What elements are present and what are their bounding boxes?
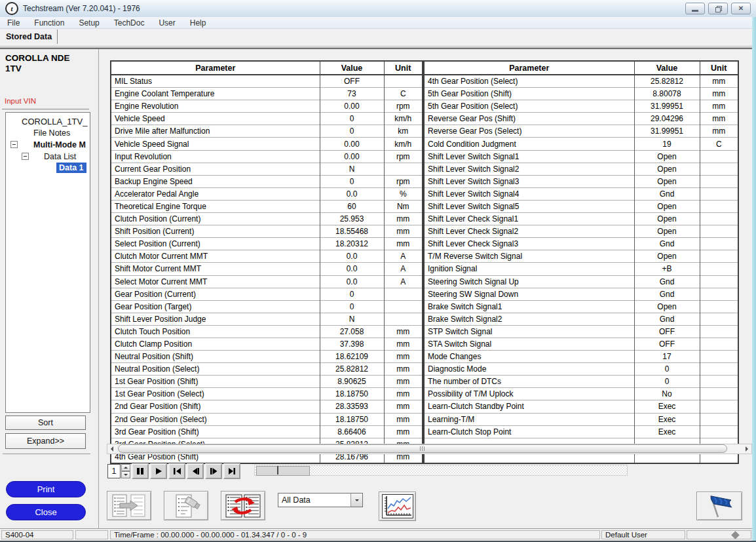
table-row[interactable]: Shift Lever Check Signal2 Open [424, 225, 738, 238]
data-filter-dropdown[interactable]: All Data [278, 493, 363, 507]
table-row[interactable]: Diagnostic Mode 0 [424, 363, 738, 376]
table-row[interactable]: Shift Motor Current MMT 0.0 A [111, 263, 423, 275]
tree-item-data-1-selected[interactable]: Data 1 [56, 163, 86, 173]
table-row[interactable]: Engine Revolution 0.00 rpm [111, 100, 423, 113]
close-window-button[interactable]: ✕ [731, 3, 751, 14]
horizontal-scrollbar[interactable] [107, 444, 752, 454]
table-row[interactable]: Drive Mile after Malfunction 0 km [111, 125, 423, 138]
tree-item-data-list[interactable]: Data List [44, 151, 76, 162]
menu-function[interactable]: Function [27, 18, 71, 28]
tab-stored-data[interactable]: Stored Data [0, 29, 58, 44]
print-button[interactable]: Print [6, 481, 86, 497]
table-row[interactable]: STA Switch Signal OFF [424, 338, 738, 350]
edit-data-button[interactable] [164, 491, 208, 520]
table-row[interactable]: Vehicle Speed Signal 0.00 km/h [111, 138, 423, 150]
table-row[interactable]: Shift Lever Position Judge N [111, 313, 423, 325]
menu-user[interactable]: User [151, 18, 182, 28]
table-row[interactable]: Possibility of T/M Uplock No [424, 388, 738, 400]
playback-position-slider[interactable] [254, 465, 628, 476]
table-row[interactable]: Input Revolution 0.00 rpm [111, 150, 423, 163]
table-row[interactable]: Clutch Clamp Position 37.398 mm [111, 338, 423, 350]
scroll-left-button[interactable] [107, 444, 117, 454]
table-row[interactable]: Select Position (Current) 18.20312 mm [111, 238, 423, 250]
slider-thumb[interactable] [256, 466, 310, 476]
table-row[interactable]: Reverse Gear Pos (Shift) 29.04296 mm [424, 113, 738, 125]
table-row[interactable]: Shift Lever Switch Signal2 Open [424, 163, 738, 175]
frame-down-button[interactable] [121, 471, 130, 478]
table-row[interactable]: Shift Lever Switch Signal3 Open [424, 175, 738, 187]
table-row[interactable]: Cold Condition Judgment 19 C [424, 138, 738, 150]
table-row[interactable]: MIL Status OFF [111, 75, 423, 88]
table-row[interactable]: The number of DTCs 0 [424, 376, 738, 388]
collapse-icon[interactable] [10, 141, 18, 148]
table-row[interactable]: Shift Lever Switch Signal5 Open [424, 200, 738, 212]
table-row[interactable]: Gear Position (Current) 0 [111, 288, 423, 300]
table-row[interactable]: 4th Gear Position (Select) 25.82812 mm [424, 75, 738, 88]
table-row[interactable]: Reverse Gear Pos (Select) 31.99951 mm [424, 125, 738, 138]
table-row[interactable]: STP Switch Signal OFF [424, 325, 738, 338]
tree-item-multi-mode[interactable]: Multi-Mode M [33, 140, 86, 150]
scrollbar-track[interactable] [117, 444, 742, 454]
sort-button[interactable]: Sort [5, 416, 86, 430]
table-row[interactable]: 5th Gear Position (Shift) 8.80078 mm [424, 88, 738, 100]
expand-button[interactable]: Expand>> [5, 433, 86, 449]
graph-view-button[interactable] [379, 492, 416, 521]
table-row[interactable]: Engine Coolant Temperature 73 C [111, 88, 423, 100]
flag-button[interactable] [696, 492, 742, 520]
table-row[interactable]: Backup Engine Speed 0 rpm [111, 175, 423, 187]
tree-item-root[interactable]: COROLLA_1TV_ [22, 116, 87, 126]
table-row[interactable]: Clutch Position (Current) 25.953 mm [111, 213, 423, 225]
table-row[interactable]: Theoretical Engine Torque 60 Nm [111, 200, 423, 212]
skip-last-button[interactable] [223, 463, 240, 479]
table-row[interactable]: 5th Gear Position (Select) 31.99951 mm [424, 100, 738, 113]
table-row[interactable]: Clutch Touch Position 27.058 mm [111, 325, 423, 338]
table-row[interactable]: Neutral Position (Select) 25.82812 mm [111, 363, 423, 376]
table-row[interactable]: Mode Changes 17 [424, 351, 738, 363]
table-row[interactable]: Learning-T/M Exec [424, 413, 738, 425]
minimize-button[interactable] [685, 3, 705, 14]
table-row[interactable]: 1st Gear Position (Select) 18.18750 mm [111, 388, 423, 400]
table-row[interactable]: Shift Lever Switch Signal1 Open [424, 150, 738, 163]
collapse-icon[interactable] [22, 153, 29, 160]
close-button[interactable]: Close [6, 504, 86, 520]
table-row[interactable]: 2nd Gear Position (Shift) 28.33593 mm [111, 400, 423, 413]
dropdown-arrow-button[interactable] [350, 494, 362, 507]
table-row[interactable]: Neutral Position (Shift) 18.62109 mm [111, 351, 423, 363]
table-row[interactable]: Steering SW Signal Down Gnd [424, 288, 738, 300]
scrollbar-thumb[interactable] [118, 444, 727, 453]
table-row[interactable]: Shift Lever Check Signal3 Gnd [424, 238, 738, 250]
menu-setup[interactable]: Setup [71, 18, 106, 28]
skip-first-button[interactable] [168, 463, 185, 479]
table-row[interactable]: Learn-Clutch Stop Point Exec [424, 425, 738, 438]
input-vin-label[interactable]: Input VIN [5, 97, 36, 105]
menu-file[interactable]: File [0, 18, 27, 28]
table-row[interactable]: T/M Reverse Switch Signal Open [424, 250, 738, 263]
table-row[interactable]: Accelerator Pedal Angle 0.0 % [111, 187, 423, 200]
step-forward-button[interactable] [205, 463, 222, 479]
table-row[interactable]: Shift Position (Current) 18.55468 mm [111, 225, 423, 238]
table-row[interactable]: Shift Lever Check Signal1 Open [424, 213, 738, 225]
table-row[interactable]: 3rd Gear Position (Shift) 8.66406 mm [111, 425, 423, 438]
table-row[interactable]: Clutch Motor Current MMT 0.0 A [111, 250, 423, 263]
table-row[interactable]: Gear Position (Target) 0 [111, 300, 423, 313]
tree-item-file-notes[interactable]: File Notes [33, 128, 70, 138]
play-button[interactable] [150, 463, 167, 479]
copy-data-button[interactable] [107, 491, 151, 520]
table-row[interactable]: Select Motor Current MMT 0.0 A [111, 275, 423, 288]
frame-up-button[interactable] [121, 464, 130, 471]
frame-number-field[interactable]: 1 [107, 464, 121, 478]
restore-button[interactable] [708, 3, 728, 14]
step-back-button[interactable] [187, 463, 204, 479]
table-row[interactable]: Vehicle Speed 0 km/h [111, 113, 423, 125]
table-row[interactable]: 1st Gear Position (Shift) 8.90625 mm [111, 376, 423, 388]
menu-techdoc[interactable]: TechDoc [107, 18, 152, 28]
pause-button[interactable] [132, 463, 149, 479]
table-row[interactable]: Brake Switch Signal2 Gnd [424, 313, 738, 325]
menu-help[interactable]: Help [183, 18, 214, 28]
scroll-right-button[interactable] [742, 444, 751, 454]
table-row[interactable]: Ignition Signal +B [424, 263, 738, 275]
table-row[interactable]: Shift Lever Switch Signal4 Gnd [424, 187, 738, 200]
table-row[interactable]: Learn-Clutch Standby Point Exec [424, 400, 738, 413]
table-row[interactable]: Steering Switch Signal Up Gnd [424, 275, 738, 288]
table-row[interactable]: Current Gear Position N [111, 163, 423, 175]
